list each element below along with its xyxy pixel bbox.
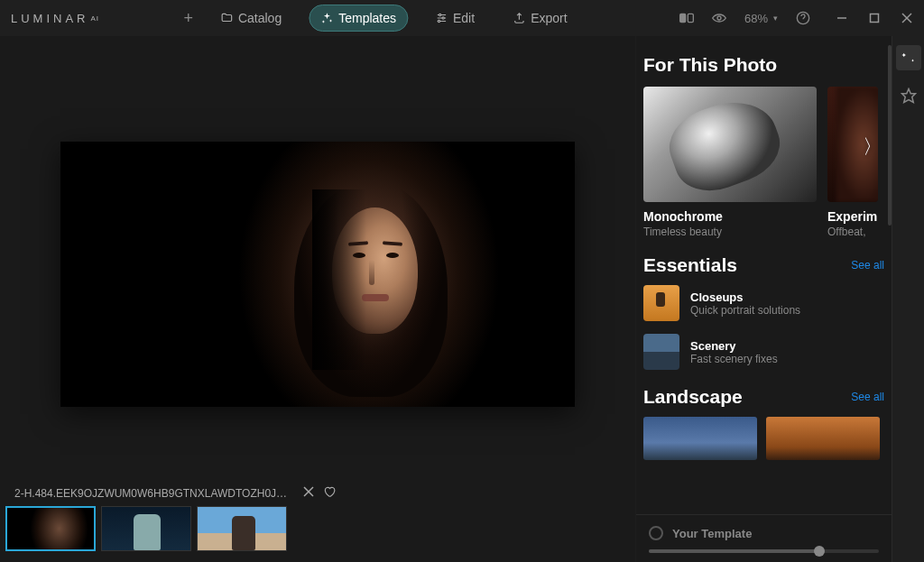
template-card-monochrome[interactable]: Monochrome Timeless beauty <box>643 87 817 238</box>
nav-export[interactable]: Export <box>502 5 578 31</box>
nav-templates-label: Templates <box>338 11 396 25</box>
sparkle-icon <box>320 12 333 24</box>
file-name: 2-H.484.EEK9OJZWUM0W6HB9GTNXLAWDTOZH0JCF… <box>14 487 294 500</box>
card-title: Monochrome <box>643 209 817 224</box>
landscape-see-all[interactable]: See all <box>851 391 884 403</box>
preview-icon[interactable] <box>712 11 726 25</box>
ess-sub: Quick portrait solutions <box>690 304 800 317</box>
closeups-thumb <box>643 285 679 321</box>
ess-sub: Fast scenery fixes <box>690 353 778 365</box>
compare-icon[interactable] <box>679 11 694 25</box>
add-button[interactable]: + <box>183 9 193 28</box>
for-this-photo-row: Monochrome Timeless beauty Experim Offbe… <box>643 87 884 238</box>
folder-icon <box>220 12 233 24</box>
main-photo[interactable] <box>60 142 575 407</box>
template-indicator-icon <box>649 526 663 540</box>
svg-point-4 <box>442 17 444 19</box>
svg-rect-6 <box>680 14 686 22</box>
help-icon[interactable] <box>796 11 810 25</box>
svg-marker-16 <box>901 89 915 103</box>
favorites-star-icon[interactable] <box>896 83 921 108</box>
favorite-icon[interactable] <box>323 485 336 501</box>
landscape-heading: Landscape <box>643 386 743 408</box>
your-template-label: Your Template <box>672 527 752 540</box>
zoom-dropdown[interactable]: 68% ▾ <box>744 12 778 25</box>
essentials-item-closeups[interactable]: Closeups Quick portrait solutions <box>643 285 884 321</box>
export-icon <box>513 12 525 24</box>
close-button[interactable] <box>901 12 913 24</box>
thumbnail-1[interactable] <box>5 506 96 551</box>
slider-handle[interactable] <box>814 546 825 557</box>
for-this-photo-heading: For This Photo <box>643 54 884 76</box>
svg-point-5 <box>438 20 439 22</box>
panel-scrollbar[interactable] <box>888 45 892 226</box>
thumbnail-3[interactable] <box>197 506 287 551</box>
scenery-thumb <box>643 334 679 370</box>
chevron-down-icon: ▾ <box>773 14 778 23</box>
app-logo: LUMINARAI <box>11 12 99 25</box>
top-bar: LUMINARAI + Catalog Templates Edit Exp <box>0 0 924 36</box>
maximize-button[interactable] <box>868 12 881 24</box>
essentials-heading: Essentials <box>643 254 737 276</box>
logo-sup: AI <box>91 14 100 23</box>
landscape-thumb-2[interactable] <box>766 417 880 460</box>
panel-tool-rail <box>892 36 924 562</box>
ess-title: Closeups <box>690 290 800 304</box>
nav-catalog-label: Catalog <box>238 11 282 25</box>
thumbnail-2[interactable] <box>101 506 191 551</box>
landscape-thumb-1[interactable] <box>643 417 757 460</box>
card-subtitle: Timeless beauty <box>643 226 817 238</box>
canvas-area: 2-H.484.EEK9OJZWUM0W6HB9GTNXLAWDTOZH0JCF… <box>0 36 635 562</box>
zoom-value: 68% <box>744 12 768 25</box>
your-template-bar: Your Template <box>636 514 892 562</box>
nav-edit-label: Edit <box>453 11 475 25</box>
magic-wand-icon[interactable] <box>896 45 921 70</box>
next-arrow-icon[interactable]: 〉 <box>863 134 882 161</box>
nav-export-label: Export <box>531 11 567 25</box>
file-close-icon[interactable] <box>303 486 314 500</box>
nav-catalog[interactable]: Catalog <box>209 5 292 31</box>
filmstrip <box>0 506 635 562</box>
nav-edit[interactable]: Edit <box>424 5 485 31</box>
card-title: Experim <box>827 209 878 224</box>
ess-title: Scenery <box>690 339 778 353</box>
template-strength-slider[interactable] <box>649 549 879 553</box>
sliders-icon <box>435 12 448 24</box>
nav-templates[interactable]: Templates <box>309 5 408 32</box>
svg-rect-11 <box>871 14 879 23</box>
templates-panel: For This Photo Monochrome Timeless beaut… <box>635 36 924 562</box>
card-subtitle: Offbeat, <box>827 226 878 238</box>
svg-rect-7 <box>688 14 693 22</box>
svg-point-8 <box>717 16 721 20</box>
essentials-see-all[interactable]: See all <box>851 259 884 272</box>
svg-point-3 <box>439 14 440 15</box>
minimize-button[interactable] <box>836 12 848 24</box>
template-card-experimental[interactable]: Experim Offbeat, <box>827 87 878 238</box>
essentials-item-scenery[interactable]: Scenery Fast scenery fixes <box>643 334 884 370</box>
logo-text: LUMINAR <box>11 12 89 25</box>
